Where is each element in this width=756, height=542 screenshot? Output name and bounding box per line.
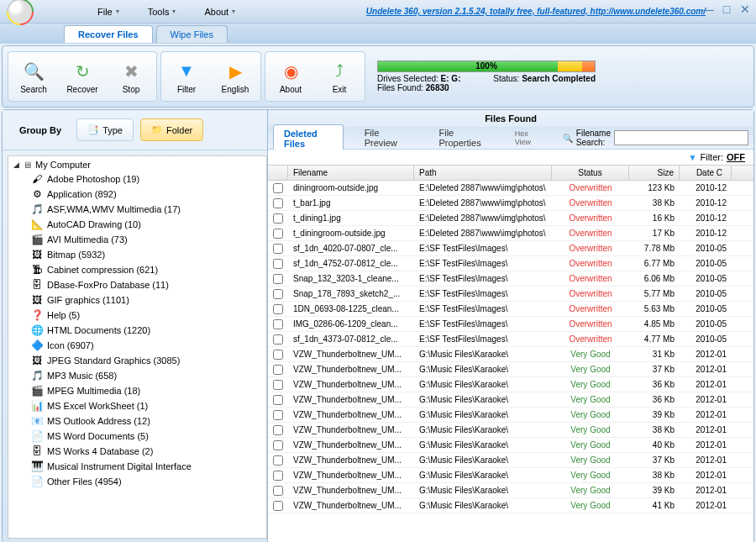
- table-row[interactable]: VZW_Thunderboltnew_UM... G:\Music Files\…: [268, 362, 753, 377]
- stop-button[interactable]: ✖ Stop: [108, 54, 155, 99]
- row-checkbox[interactable]: [273, 319, 283, 329]
- close-button[interactable]: ✕: [738, 2, 753, 17]
- collapse-icon[interactable]: ◢: [13, 160, 19, 169]
- table-row[interactable]: VZW_Thunderboltnew_UM... G:\Music Files\…: [268, 377, 753, 392]
- maximize-button[interactable]: □: [719, 2, 734, 17]
- row-checkbox[interactable]: [273, 244, 283, 254]
- table-row[interactable]: VZW_Thunderboltnew_UM... G:\Music Files\…: [268, 408, 753, 423]
- table-row[interactable]: 1DN_0693-08-1225_clean... E:\SF TestFile…: [268, 302, 753, 317]
- table-row[interactable]: VZW_Thunderboltnew_UM... G:\Music Files\…: [268, 468, 753, 483]
- row-checkbox[interactable]: [273, 213, 283, 224]
- exit-button[interactable]: ⤴ Exit: [316, 54, 363, 99]
- table-row[interactable]: VZW_Thunderboltnew_UM... G:\Music Files\…: [268, 423, 753, 438]
- tab-wipe-files[interactable]: Wipe Files: [156, 25, 228, 43]
- table-row[interactable]: VZW_Thunderboltnew_UM... G:\Music Files\…: [268, 392, 753, 408]
- group-type-button[interactable]: 📑Type: [76, 118, 134, 141]
- row-checkbox[interactable]: [273, 198, 283, 208]
- menu-file[interactable]: File▾: [91, 3, 126, 20]
- column-size[interactable]: Size: [629, 166, 680, 180]
- column-date[interactable]: Date C: [680, 166, 732, 180]
- row-checkbox[interactable]: [273, 304, 283, 314]
- tree-item[interactable]: 🖌Adobe Photoshop (19): [12, 171, 263, 187]
- tab-file-preview[interactable]: File Preview: [354, 124, 418, 152]
- tab-hex-view[interactable]: Hex View: [504, 125, 553, 150]
- row-checkbox[interactable]: [273, 229, 283, 239]
- row-checkbox[interactable]: [273, 274, 283, 284]
- table-row[interactable]: Snap_178_7893_sketch2_... E:\SF TestFile…: [268, 287, 753, 302]
- tree-item[interactable]: 📧MS Outlook Address (12): [12, 413, 263, 429]
- table-row[interactable]: sf_1dn_4020-07-0807_cle... E:\SF TestFil…: [268, 241, 753, 256]
- row-checkbox[interactable]: [273, 471, 283, 481]
- row-checkbox[interactable]: [273, 410, 283, 420]
- tab-file-properties[interactable]: File Properties: [428, 124, 501, 152]
- table-row[interactable]: VZW_Thunderboltnew_UM... G:\Music Files\…: [268, 453, 753, 468]
- tab-deleted-files[interactable]: Deleted Files: [273, 124, 344, 153]
- filter-toggle[interactable]: OFF: [727, 152, 745, 162]
- row-checkbox[interactable]: [273, 183, 283, 193]
- table-row[interactable]: VZW_Thunderboltnew_UM... G:\Music Files\…: [268, 498, 753, 513]
- table-row[interactable]: VZW_Thunderboltnew_UM... G:\Music Files\…: [268, 347, 753, 362]
- table-row[interactable]: Snap_132_3203-1_cleane... E:\SF TestFile…: [268, 271, 753, 287]
- tree-root[interactable]: ◢ 🖥 My Computer: [12, 160, 263, 170]
- tree-item[interactable]: 🗄MS Works 4 Database (2): [12, 444, 263, 459]
- tree-item[interactable]: ❓Help (5): [12, 308, 263, 323]
- tree-item[interactable]: 🎵ASF,WMA,WMV Multimedia (17): [12, 202, 263, 217]
- row-checkbox[interactable]: [273, 501, 283, 511]
- tree-item-label: Adobe Photoshop (19): [47, 174, 139, 184]
- tree-item[interactable]: 🎹Musical Instrument Digital Interface: [12, 459, 263, 474]
- tree-item[interactable]: 📊MS Excel WorkSheet (1): [12, 398, 263, 413]
- row-checkbox[interactable]: [273, 380, 283, 390]
- promo-link[interactable]: Undelete 360, version 2.1.5.24, totally …: [366, 7, 706, 16]
- row-checkbox[interactable]: [273, 365, 283, 375]
- tree-view[interactable]: ◢ 🖥 My Computer 🖌Adobe Photoshop (19)⚙Ap…: [8, 155, 267, 539]
- column-status[interactable]: Status: [552, 166, 629, 180]
- menu-about[interactable]: About▾: [197, 3, 242, 20]
- table-row[interactable]: t_dining1.jpg E:\Deleted 2887\www\img\ph…: [268, 211, 753, 226]
- tree-item[interactable]: 📄MS Word Documents (5): [12, 429, 263, 444]
- row-checkbox[interactable]: [273, 395, 283, 405]
- tree-item[interactable]: 🖼GIF graphics (1101): [12, 292, 263, 308]
- minimize-button[interactable]: —: [701, 2, 716, 17]
- tree-item[interactable]: 🔷Icon (6907): [12, 338, 263, 353]
- group-folder-button[interactable]: 📁Folder: [140, 118, 203, 141]
- table-row[interactable]: sf_1dn_4752-07-0812_cle... E:\SF TestFil…: [268, 256, 753, 271]
- row-checkbox[interactable]: [273, 334, 283, 345]
- table-row[interactable]: t_bar1.jpg E:\Deleted 2887\www\img\photo…: [268, 196, 753, 211]
- table-row[interactable]: t_diningroom-outside.jpg E:\Deleted 2887…: [268, 226, 753, 241]
- filename-search-input[interactable]: [614, 130, 748, 145]
- row-checkbox[interactable]: [273, 425, 283, 435]
- recover-button[interactable]: ↻ Recover: [59, 54, 106, 99]
- tree-item[interactable]: 🗜Cabinet compression (621): [12, 262, 263, 277]
- row-checkbox[interactable]: [273, 486, 283, 496]
- table-row[interactable]: diningroom-outside.jpg E:\Deleted 2887\w…: [268, 181, 753, 196]
- tree-item[interactable]: 🎬MPEG Multimedia (18): [12, 383, 263, 398]
- tree-item[interactable]: 🗄DBase-FoxPro Database (11): [12, 277, 263, 292]
- row-checkbox[interactable]: [273, 440, 283, 450]
- filter-button[interactable]: ▼ Filter: [163, 54, 210, 99]
- tree-item[interactable]: 🖼JPEG Standard Graphics (3085): [12, 353, 263, 368]
- tree-item[interactable]: 🎵MP3 Music (658): [12, 368, 263, 383]
- table-row[interactable]: sf_1dn_4373-07-0812_cle... E:\SF TestFil…: [268, 332, 753, 347]
- tree-item[interactable]: 🌐HTML Documents (1220): [12, 323, 263, 338]
- column-filename[interactable]: Filename: [288, 166, 414, 180]
- tree-item-label: Musical Instrument Digital Interface: [47, 461, 192, 471]
- tree-item[interactable]: ⚙Application (892): [12, 187, 263, 202]
- row-checkbox[interactable]: [273, 455, 283, 466]
- tab-recover-files[interactable]: Recover Files: [64, 25, 153, 43]
- tree-item[interactable]: 🖼Bitmap (5932): [12, 247, 263, 262]
- tree-item[interactable]: 📐AutoCAD Drawing (10): [12, 217, 263, 232]
- search-button[interactable]: 🔍 Search: [10, 54, 57, 99]
- row-checkbox[interactable]: [273, 259, 283, 269]
- tree-item[interactable]: 🎬AVI Multimedia (73): [12, 232, 263, 247]
- tree-item[interactable]: 📄Other Files (4954): [12, 474, 263, 489]
- row-checkbox[interactable]: [273, 350, 283, 360]
- menu-tools[interactable]: Tools▾: [141, 3, 183, 20]
- about-button[interactable]: ◉ About: [267, 54, 314, 99]
- table-row[interactable]: VZW_Thunderboltnew_UM... G:\Music Files\…: [268, 483, 753, 498]
- language-button[interactable]: ▶ English: [212, 54, 259, 99]
- table-row[interactable]: IMG_0286-06-1209_clean... E:\SF TestFile…: [268, 317, 753, 332]
- column-checkbox[interactable]: [268, 166, 288, 180]
- row-checkbox[interactable]: [273, 289, 283, 299]
- table-row[interactable]: VZW_Thunderboltnew_UM... G:\Music Files\…: [268, 438, 753, 453]
- column-path[interactable]: Path: [414, 166, 552, 180]
